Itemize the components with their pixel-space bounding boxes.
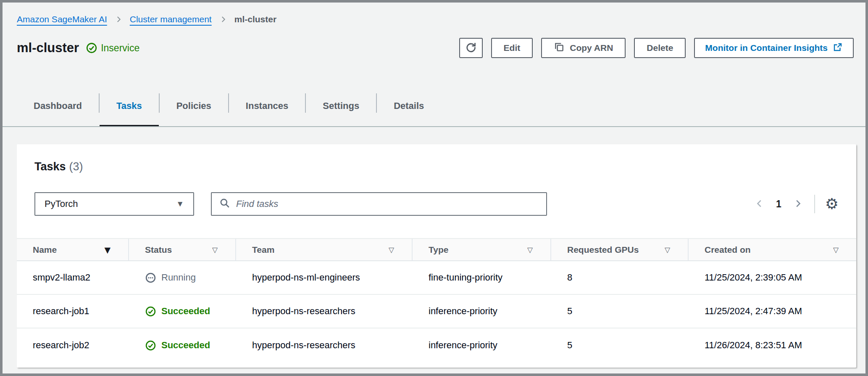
sort-descending-icon[interactable]: ▼ xyxy=(104,245,110,254)
panel-title: Tasks(3) xyxy=(34,160,83,173)
sortable-icon[interactable]: ▽ xyxy=(527,246,533,254)
search-icon xyxy=(219,198,230,210)
column-header-name[interactable]: Name ▼ xyxy=(17,239,129,260)
cell-team: hyperpod-ns-researchers xyxy=(236,328,413,362)
table-row[interactable]: smpv2-llama2Runninghyperpod-ns-ml-engine… xyxy=(17,261,856,295)
status-running-icon xyxy=(145,272,156,283)
cell-created-on: 11/26/2024, 8:23:51 AM xyxy=(689,328,856,362)
sortable-icon[interactable]: ▽ xyxy=(665,246,670,254)
refresh-icon xyxy=(465,41,477,55)
sortable-icon[interactable]: ▽ xyxy=(833,246,839,254)
cell-name: smpv2-llama2 xyxy=(17,261,129,294)
column-header-type[interactable]: Type ▽ xyxy=(413,239,551,260)
status-succeeded-icon xyxy=(145,340,156,351)
search-input[interactable] xyxy=(236,199,539,209)
tab-settings[interactable]: Settings xyxy=(306,85,376,127)
tab-label: Dashboard xyxy=(34,101,82,111)
column-header-status[interactable]: Status ▽ xyxy=(129,239,236,260)
cell-status: Running xyxy=(129,261,236,294)
sortable-icon[interactable]: ▽ xyxy=(212,246,218,254)
column-header-created-on[interactable]: Created on ▽ xyxy=(689,239,856,260)
tab-label: Policies xyxy=(176,101,211,111)
column-header-team[interactable]: Team ▽ xyxy=(236,239,413,260)
status-label: Inservice xyxy=(101,42,139,54)
status-label: Succeeded xyxy=(161,306,210,317)
edit-button[interactable]: Edit xyxy=(491,38,533,58)
status-label: Running xyxy=(161,272,196,283)
tab-label: Tasks xyxy=(116,101,142,111)
column-label: Status xyxy=(145,245,172,255)
panel-count: (3) xyxy=(69,160,83,173)
monitor-button-label: Monitor in Container Insights xyxy=(705,43,828,53)
tab-label: Settings xyxy=(323,101,359,111)
chevron-right-icon xyxy=(793,199,802,209)
action-bar: Edit Copy ARN Delete Monitor in Containe… xyxy=(459,38,854,58)
cell-team: hyperpod-ns-ml-engineers xyxy=(236,261,413,294)
tab-label: Instances xyxy=(246,101,289,111)
cell-type: inference-priority xyxy=(413,295,551,328)
tab-dashboard[interactable]: Dashboard xyxy=(17,85,99,127)
delete-button-label: Delete xyxy=(647,43,673,53)
table-row[interactable]: research-job1Succeededhyperpod-ns-resear… xyxy=(17,295,856,328)
status-label: Succeeded xyxy=(161,340,210,351)
tasks-table: Name ▼ Status ▽ Team ▽ Type ▽ Requested … xyxy=(17,238,856,362)
monitor-container-insights-button[interactable]: Monitor in Container Insights xyxy=(694,38,854,58)
column-label: Name xyxy=(33,245,57,255)
breadcrumb: Amazon SageMaker AI Cluster management m… xyxy=(17,14,276,24)
page-title: ml-cluster xyxy=(17,40,79,56)
next-page-button[interactable] xyxy=(792,197,804,211)
panel-title-text: Tasks xyxy=(34,160,66,173)
external-link-icon xyxy=(833,42,843,54)
tab-instances[interactable]: Instances xyxy=(229,85,305,127)
tab-label: Details xyxy=(394,101,424,111)
copy-arn-button-label: Copy ARN xyxy=(570,43,613,53)
tab-tasks[interactable]: Tasks xyxy=(100,85,159,127)
table-row[interactable]: research-job2Succeededhyperpod-ns-resear… xyxy=(17,328,856,362)
cell-team: hyperpod-ns-researchers xyxy=(236,295,413,328)
column-header-requested-gpus[interactable]: Requested GPUs ▽ xyxy=(551,239,689,260)
cell-status: Succeeded xyxy=(129,328,236,362)
table-header-row: Name ▼ Status ▽ Team ▽ Type ▽ Requested … xyxy=(17,238,856,261)
tab-policies[interactable]: Policies xyxy=(160,85,228,127)
copy-icon xyxy=(554,42,565,55)
tab-details[interactable]: Details xyxy=(377,85,441,127)
sagemaker-cluster-page: Amazon SageMaker AI Cluster management m… xyxy=(0,0,868,376)
breadcrumb-current: ml-cluster xyxy=(234,14,276,24)
cell-status: Succeeded xyxy=(129,295,236,328)
pagination-toolbar: 1 ⚙ xyxy=(753,195,839,213)
page-header: ml-cluster Inservice xyxy=(17,40,139,56)
status-badge: Inservice xyxy=(86,42,139,54)
breadcrumb-cluster-management-link[interactable]: Cluster management xyxy=(130,14,212,24)
cell-requested-gpus: 5 xyxy=(551,328,689,362)
chevron-right-icon xyxy=(219,16,227,23)
check-circle-icon xyxy=(86,42,97,54)
gear-icon: ⚙ xyxy=(825,195,839,212)
chevron-right-icon xyxy=(115,16,122,23)
sortable-icon[interactable]: ▽ xyxy=(389,246,394,254)
tab-bar-divider xyxy=(3,126,865,127)
cell-name: research-job2 xyxy=(17,328,129,362)
previous-page-button[interactable] xyxy=(753,197,766,211)
search-box xyxy=(211,192,547,216)
cell-name: research-job1 xyxy=(17,295,129,328)
table-body: smpv2-llama2Runninghyperpod-ns-ml-engine… xyxy=(17,261,856,362)
tab-bar: Dashboard Tasks Policies Instances Setti… xyxy=(17,85,441,127)
tasks-panel: Tasks(3) PyTorch ▼ 1 xyxy=(17,144,856,368)
copy-arn-button[interactable]: Copy ARN xyxy=(541,38,626,58)
cell-requested-gpus: 8 xyxy=(551,261,689,294)
status-succeeded-icon xyxy=(145,306,156,317)
current-page-number[interactable]: 1 xyxy=(776,199,781,210)
cell-created-on: 11/25/2024, 2:39:05 AM xyxy=(689,261,856,294)
filter-toolbar: PyTorch ▼ 1 xyxy=(34,192,839,216)
edit-button-label: Edit xyxy=(504,43,521,53)
delete-button[interactable]: Delete xyxy=(634,38,686,58)
cell-type: inference-priority xyxy=(413,328,551,362)
table-settings-button[interactable]: ⚙ xyxy=(825,196,839,212)
breadcrumb-sagemaker-link[interactable]: Amazon SageMaker AI xyxy=(17,14,107,24)
column-label: Created on xyxy=(705,245,751,255)
cell-requested-gpus: 5 xyxy=(551,295,689,328)
refresh-button[interactable] xyxy=(459,38,483,58)
framework-select[interactable]: PyTorch ▼ xyxy=(34,192,194,216)
column-label: Team xyxy=(252,245,274,255)
cell-created-on: 11/25/2024, 2:47:39 AM xyxy=(689,295,856,328)
